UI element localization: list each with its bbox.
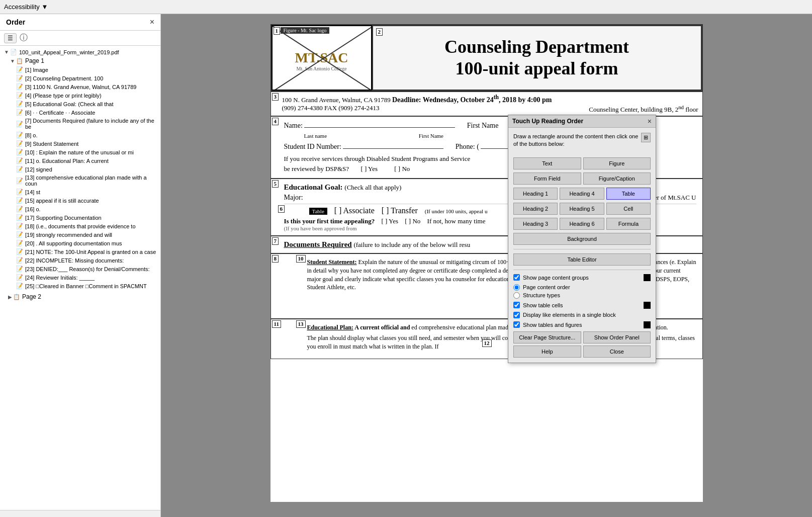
tree-item[interactable]: 📝[7] Documents Required (failure to incl… — [0, 117, 160, 131]
tree-item[interactable]: 📝[12] signed — [0, 165, 160, 174]
info-icon[interactable]: ⓘ — [20, 33, 28, 43]
display-like-elements-checkbox[interactable] — [513, 312, 520, 318]
show-tables-figures-checkbox[interactable] — [513, 321, 520, 328]
show-table-cells-row: Show table cells — [513, 302, 651, 309]
tree-page2[interactable]: ▶ 📋 Page 2 — [0, 292, 160, 301]
table-editor-button[interactable]: Table Editor — [513, 253, 651, 266]
close-panel-button[interactable]: × — [150, 18, 154, 26]
tree-item[interactable]: 📝[20] . All supporting documentation mus — [0, 239, 160, 247]
tree-item-icon: 📝 — [16, 66, 23, 73]
display-like-elements-label: Display like elements in a single block — [523, 312, 616, 318]
heading3-button[interactable]: Heading 3 — [513, 218, 558, 230]
background-button[interactable]: Background — [513, 233, 651, 245]
heading5-button[interactable]: Heading 5 — [560, 203, 604, 215]
tree-item[interactable]: 📝[5] Educational Goal: (Check all that — [0, 100, 160, 108]
horizontal-scrollbar[interactable] — [0, 510, 160, 517]
tables-figures-square — [644, 321, 651, 328]
figure-button[interactable]: Figure — [583, 157, 651, 169]
tree-items: 📝[1] Image📝[2] Counseling Department. 10… — [0, 65, 160, 290]
section3-tag: 3 — [272, 93, 279, 101]
form-field-button[interactable]: Form Field — [513, 173, 581, 185]
address-content: 100 N. Grand Avenue, Walnut, CA 91789 De… — [275, 94, 698, 104]
logo-content: MT.SAC Mt. San Antonio College — [295, 45, 348, 71]
doc-title: Counseling Department 100-unit appeal fo… — [444, 36, 629, 79]
tree-item[interactable]: 📝[10] : Explain the nature of the unusua… — [0, 148, 160, 156]
show-order-panel-button[interactable]: Show Order Panel — [583, 331, 651, 343]
cell-button[interactable]: Cell — [606, 203, 651, 215]
show-content-groups-row: Show page content groups — [513, 274, 651, 281]
tree-root: ▼ 📄 100_unit_Appeal_Form_winter_2019.pdf… — [0, 48, 160, 65]
tree-item[interactable]: 📝[23] DENIED:___ Reason(s) for Denial/Co… — [0, 265, 160, 273]
show-content-groups-checkbox[interactable] — [513, 274, 520, 281]
help-button[interactable]: Help — [513, 346, 581, 358]
formula-button[interactable]: Formula — [606, 218, 651, 230]
tree-item[interactable]: 📝[1] Image — [0, 65, 160, 74]
deadline-text: Deadline: Wednesday, October 24th, 2018 … — [392, 96, 552, 104]
expand-icon: ▼ — [4, 49, 9, 55]
tree-item[interactable]: 📝[3] 1100 N. Grand Avenue, Walnut, CA 91… — [0, 82, 160, 91]
turo-close-button[interactable]: × — [648, 117, 652, 125]
radio-group: Page content order Structure types — [513, 284, 651, 299]
tree-item-icon: 📝 — [16, 149, 23, 155]
tree-item[interactable]: 📝[25] □Cleared in Banner □Comment in SPA… — [0, 282, 160, 290]
tree-item[interactable]: 📝[16] o. — [0, 205, 160, 213]
tree-item-icon: 📝 — [16, 197, 23, 204]
tree-item-icon: 📝 — [16, 109, 23, 116]
turo-icon-button[interactable]: ⊞ — [641, 133, 651, 142]
page-content-order-label: Page content order — [523, 284, 570, 290]
menu-icon: ☰ — [8, 35, 13, 42]
tree-item-icon: 📝 — [16, 166, 23, 173]
pdf-filename: 100_unit_Appeal_Form_winter_2019.pdf — [19, 49, 119, 55]
tree-item[interactable]: 📝[14] st — [0, 188, 160, 196]
tree-item-icon: 📝 — [16, 266, 23, 272]
clear-page-button[interactable]: Clear Page Structure... — [513, 331, 581, 343]
tree-item[interactable]: 📝[15] appeal if it is still accurate — [0, 196, 160, 205]
turo-title: Touch Up Reading Order — [512, 118, 583, 125]
figure-caption-button[interactable]: Figure/Caption — [583, 173, 651, 185]
tree-item[interactable]: 📝[6] · · Certificate · · Associate — [0, 108, 160, 117]
tree-item[interactable]: 📝[8] o. — [0, 131, 160, 139]
structure-types-radio[interactable] — [513, 292, 520, 299]
text-button[interactable]: Text — [513, 157, 581, 169]
tree-item[interactable]: 📝[13] comprehensive educational plan mad… — [0, 174, 160, 188]
main-layout: Order × ☰ ⓘ ▼ 📄 100_unit_Appeal_Form_win… — [0, 14, 812, 517]
section5-tag: 5 — [272, 180, 279, 188]
toolbar-menu-button[interactable]: ☰ — [4, 33, 17, 43]
table-button[interactable]: Table — [606, 188, 651, 200]
page1-icon: 📋 — [16, 58, 23, 64]
turo-body: Draw a rectangle around the content then… — [508, 128, 656, 363]
order-toolbar: ☰ ⓘ — [0, 31, 160, 46]
divider1 — [513, 249, 651, 249]
section10-tag: 10 — [296, 255, 306, 263]
tree-item[interactable]: 📝[22] INCOMPLETE: Missing documents: — [0, 256, 160, 265]
tree-pdf-root[interactable]: ▼ 📄 100_unit_Appeal_Form_winter_2019.pdf — [2, 48, 160, 56]
tree-page1[interactable]: ▼ 📋 Page 1 — [2, 56, 160, 65]
tree-item[interactable]: 📝[2] Counseling Department. 100 — [0, 74, 160, 82]
tree-item[interactable]: 📝[18] (i.e., documents that provide evid… — [0, 222, 160, 230]
tree-panel: ▼ 📄 100_unit_Appeal_Form_winter_2019.pdf… — [0, 46, 160, 510]
tree-item[interactable]: 📝[21] NOTE: The 100-Unit Appeal is grant… — [0, 247, 160, 256]
tree-item-icon: 📝 — [16, 140, 23, 147]
accessibility-menu[interactable]: Accessibility ▼ — [4, 3, 48, 11]
page2-icon: 📋 — [13, 294, 20, 300]
tree-item-icon: 📝 — [16, 274, 23, 281]
tree-item[interactable]: 📝[4] (Please type or print legibly) — [0, 91, 160, 100]
heading4-button[interactable]: Heading 4 — [560, 188, 604, 200]
tree-item-icon: 📝 — [16, 178, 23, 184]
tree-item[interactable]: 📝[24] Reviewer Initials: _____ — [0, 273, 160, 282]
heading6-button[interactable]: Heading 6 — [560, 218, 604, 230]
show-tables-figures-row: Show tables and figures — [513, 321, 651, 328]
logo-subtitle: Mt. San Antonio College — [295, 66, 348, 71]
top-bar: Accessibility ▼ — [0, 0, 812, 14]
heading1-button[interactable]: Heading 1 — [513, 188, 558, 200]
tree-item[interactable]: 📝[17] Supporting Documentation — [0, 213, 160, 222]
address-bar: 3 100 N. Grand Avenue, Walnut, CA 91789 … — [270, 92, 703, 116]
show-table-cells-checkbox[interactable] — [513, 302, 520, 308]
tree-item[interactable]: 📝[19] strongly recommended and will — [0, 230, 160, 239]
tree-item-icon: 📝 — [16, 92, 23, 99]
tree-item[interactable]: 📝[11] o. Educational Plan: A current — [0, 156, 160, 165]
tree-item[interactable]: 📝[9] Student Statement — [0, 139, 160, 148]
dialog-close-button[interactable]: Close — [583, 346, 651, 358]
heading2-button[interactable]: Heading 2 — [513, 203, 558, 215]
page-content-order-radio[interactable] — [513, 284, 520, 291]
